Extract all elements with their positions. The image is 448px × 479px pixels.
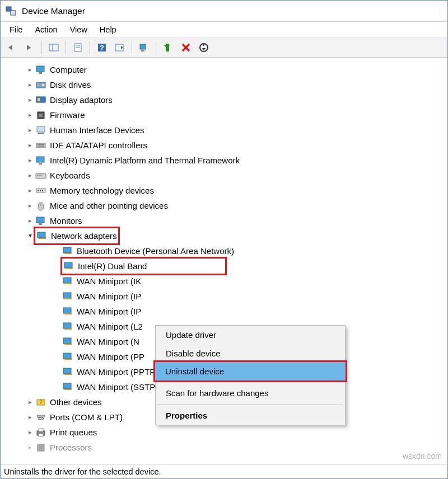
network-icon [62,321,73,332]
svg-rect-49 [63,293,71,298]
svg-rect-15 [39,72,42,74]
svg-rect-57 [63,353,71,359]
svg-rect-32 [40,175,41,176]
network-icon [62,351,73,363]
gpu-icon [35,95,46,106]
tree-item-computer[interactable]: Computer [3,62,445,77]
svg-rect-41 [38,232,45,238]
network-icon [62,382,73,393]
update-driver-button[interactable] [160,40,176,55]
ctx-uninstall-device[interactable]: Uninstall device [155,362,346,381]
toolbar-sep [41,41,42,54]
tree-item-wan-ip[interactable]: WAN Miniport (IP [3,289,445,304]
ctx-disable-device[interactable]: Disable device [156,344,345,363]
svg-rect-71 [38,444,44,451]
toolbar-sep [156,41,156,54]
expand-icon[interactable] [25,107,35,123]
toolbar-sep [132,41,132,54]
tree-item-keyboards[interactable]: Keyboards [3,168,445,183]
forward-button[interactable] [22,40,38,55]
tree-item-disk-drives[interactable]: Disk drives [3,77,445,92]
back-button[interactable] [4,40,20,55]
properties-button[interactable] [70,40,86,55]
expand-icon[interactable] [25,62,35,77]
expand-icon[interactable] [25,123,35,138]
tree-item-intel-dptf[interactable]: Intel(R) Dynamic Platform and Thermal Fr… [3,153,445,168]
svg-rect-61 [63,383,71,389]
svg-rect-31 [39,175,40,176]
expand-icon[interactable] [25,395,35,410]
network-icon [63,261,74,272]
cpu-icon [35,442,46,453]
toolbar-sep [66,41,66,54]
svg-text:?: ? [100,44,104,52]
tree-item-memory[interactable]: Memory technology devices [3,183,445,198]
svg-point-67 [42,417,43,418]
expand-icon[interactable] [25,183,35,198]
status-text: Uninstalls the driver for the selected d… [4,467,161,476]
uninstall-button[interactable] [178,40,194,55]
show-hide-button[interactable] [46,40,62,55]
expand-icon[interactable] [25,410,35,425]
expand-icon[interactable] [25,198,35,213]
ctx-sep [158,382,343,382]
menu-action[interactable]: Action [29,24,63,35]
svg-point-65 [39,417,40,418]
other-icon: ? [35,397,46,408]
menu-view[interactable]: View [64,24,93,35]
tree-item-network-adapters[interactable]: Network adapters [3,228,445,243]
expand-icon[interactable] [25,77,35,92]
tree-item-bt[interactable]: Bluetooth Device (Personal Area Network) [3,243,445,259]
disable-button[interactable] [196,40,212,55]
tree-item-wan-ik[interactable]: WAN Miniport (IK [3,274,445,289]
menu-file[interactable]: File [4,24,28,35]
expand-icon[interactable] [25,92,35,107]
svg-rect-24 [36,143,45,148]
svg-rect-69 [39,429,43,431]
expand-icon[interactable] [25,425,35,440]
tree-item-mice[interactable]: Mice and other pointing devices [3,198,445,213]
svg-rect-27 [36,157,44,162]
svg-rect-34 [38,190,39,191]
expand-icon[interactable] [25,138,35,153]
scan-button[interactable] [136,40,152,55]
hid-icon [35,125,46,136]
svg-rect-35 [40,190,41,191]
expand-icon[interactable] [25,440,35,455]
svg-rect-30 [37,175,38,176]
disk-icon [35,79,46,91]
ctx-properties[interactable]: Properties [156,406,345,425]
tree-item-firmware[interactable]: Firmware [3,107,445,123]
svg-rect-55 [63,338,71,344]
menubar: File Action View Help [1,22,447,37]
svg-rect-10 [140,44,146,49]
ctx-scan-hardware[interactable]: Scan for hardware changes [156,384,345,402]
tree-item-intel-wifi[interactable]: Intel(R) Dual Band [3,259,445,274]
tree-item-print[interactable]: Print queues [3,425,445,440]
monitor-icon [35,215,46,227]
expand-icon[interactable] [25,168,35,183]
expand-icon[interactable] [25,153,35,168]
ctx-sep [158,404,343,405]
svg-rect-21 [39,114,43,117]
menu-help[interactable]: Help [94,24,122,35]
tree-item-hid[interactable]: Human Interface Devices [3,123,445,138]
action-button[interactable] [112,40,128,55]
tree-item-ide[interactable]: IDE ATA/ATAPI controllers [3,138,445,153]
tree-item-display[interactable]: Display adaptors [3,92,445,107]
svg-rect-11 [141,50,144,51]
titlebar: Device Manager [1,1,447,22]
svg-rect-36 [42,190,43,191]
port-icon [35,412,46,423]
ctx-update-driver[interactable]: Update driver [156,326,345,344]
svg-rect-40 [39,223,42,225]
svg-rect-14 [36,66,44,72]
svg-point-17 [42,84,44,86]
tree-item-monitors[interactable]: Monitors [3,213,445,228]
help-button[interactable]: ? [94,40,110,55]
tree-item-wan-ip2[interactable]: WAN Miniport (IP [3,304,445,319]
svg-rect-1 [11,11,16,15]
tree-item-processors[interactable]: Processors [3,440,445,455]
svg-rect-47 [63,278,71,283]
expand-icon[interactable] [25,213,35,228]
